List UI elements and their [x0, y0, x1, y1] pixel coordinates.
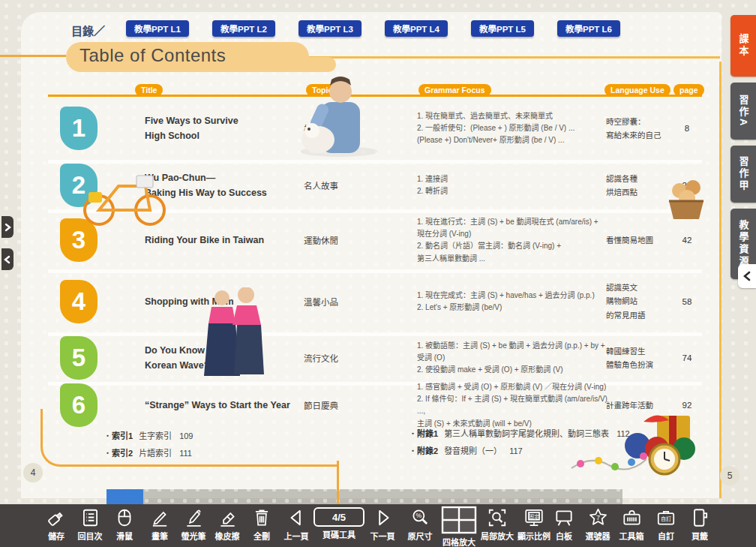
column-header-title: Title [135, 84, 163, 96]
bullet: ・ [409, 446, 417, 455]
sidebar-tab-workbook-a[interactable]: 習作A [730, 83, 756, 140]
right-page-number: 5 [720, 466, 740, 485]
unit-row-2[interactable]: 2 Wu Pao-Chun— Baking His Way to Success… [21, 162, 722, 209]
display-ratio-button[interactable]: 固定 顯示比例 [518, 507, 550, 542]
page-tab-button[interactable]: 頁籤 [689, 507, 710, 542]
delete-all-button[interactable]: 全刪 [251, 507, 272, 542]
pen-tool-button[interactable]: 畫筆 [149, 507, 170, 542]
unit-row-4[interactable]: 4 Shopping with Mom 溫馨小品 1. 現在完成式：主詞 (S)… [21, 272, 722, 332]
page-indicator[interactable]: 4/5 [314, 507, 364, 527]
unit-language-use: 認識各種 烘焙西點 [606, 172, 678, 200]
page-title: Table of Contents [80, 45, 226, 66]
page-right-edge-line [719, 62, 722, 498]
unit-topic: 流行文化 [304, 352, 394, 364]
zoom-percent-icon: % [410, 507, 430, 528]
bullet: ・ [409, 429, 417, 438]
svg-text:固定: 固定 [529, 513, 539, 520]
unit-page-number: 58 [672, 297, 702, 306]
mouse-tool-button[interactable]: 滑鼠 [114, 507, 135, 542]
ppt-button-l3[interactable]: 教學PPT L3 [298, 20, 362, 37]
star-number-icon: 7 [587, 507, 608, 528]
unit-grammar-focus: 1. 現在簡單式、過去簡單式、未來簡單式 2. 一般祈使句：(Please + … [417, 110, 614, 147]
appendix-note-2: ・附錄2發音規則（一）117 [409, 444, 523, 456]
unit-grammar-focus: 1. 現在進行式：主詞 (S) + be 動詞現在式 (am/are/is) +… [417, 216, 614, 265]
whiteboard-button[interactable]: 白板 [554, 507, 574, 542]
sidebar-tab-textbook[interactable]: 課本 [730, 15, 756, 77]
unit-title: Do You Know About the Korean Wave? [145, 343, 298, 373]
mouse-icon [114, 507, 135, 528]
next-page-button[interactable]: 下一頁 [370, 507, 395, 542]
unit-grammar-focus: 1. 感官動詞 + 受詞 (O) + 原形動詞 (V) ／現在分詞 (V-ing… [417, 381, 614, 430]
page-bookmark-icon [689, 507, 710, 528]
unit-title: Riding Your Bike in Taiwan [145, 233, 298, 248]
unit-language-use: 看懂簡易地圖 [606, 233, 678, 247]
appendix-text: 第三人稱單數動詞字尾變化規則、動詞三態表 [444, 429, 609, 438]
unit-number-badge: 1 [60, 107, 98, 150]
collapse-left-arrow-button[interactable] [2, 248, 14, 270]
svg-text:7: 7 [596, 514, 599, 521]
unit-page-number: 26 [672, 181, 702, 190]
appendix-page: 117 [509, 446, 523, 455]
appendix-text: 發音規則（一） [444, 446, 502, 455]
toolbox-button[interactable]: 工具箱 [620, 507, 644, 542]
ppt-button-l6[interactable]: 教學PPT L6 [557, 20, 620, 37]
sidebar-collapse-button[interactable] [738, 264, 756, 288]
trash-icon [251, 507, 272, 528]
highlighter-tool-button[interactable]: 螢光筆 [182, 507, 206, 542]
ppt-button-l1[interactable]: 教學PPT L1 [126, 20, 189, 37]
unit-row-3[interactable]: 3 Riding Your Bike in Taiwan 運動休閒 1. 現在進… [21, 212, 722, 269]
back-to-toc-button[interactable]: 回目次 [78, 507, 103, 542]
eraser-icon [217, 507, 238, 528]
eraser-tool-button[interactable]: 橡皮擦 [215, 507, 240, 542]
unit-topic: 校園生活 [304, 122, 394, 134]
usb-drive-icon [46, 507, 67, 528]
unit-grammar-focus: 1. 現在完成式：主詞 (S) + have/has + 過去分詞 (p.p.)… [417, 290, 614, 314]
custom-box-icon: 自訂 [656, 507, 676, 528]
unit-language-use: 時空膠囊： 寫給未來的自己 [606, 115, 678, 143]
save-button[interactable]: 儲存 [46, 507, 67, 542]
page-frame-corner [40, 409, 339, 467]
unit-title: Shopping with Mom [145, 294, 298, 309]
number-picker-button[interactable]: 7 選號器 [586, 507, 610, 542]
unit-number-badge: 3 [60, 218, 98, 262]
unit-title: Five Ways to Survive High School [145, 113, 298, 143]
chevron-left-icon [743, 271, 751, 281]
unit-topic: 運動休閒 [304, 234, 394, 246]
fixed-ratio-monitor-icon: 固定 [524, 507, 544, 528]
whiteboard-icon [554, 507, 574, 528]
sidebar-tab-workbook-jia[interactable]: 習作甲 [730, 146, 756, 203]
original-size-button[interactable]: % 原尺寸 [408, 507, 433, 542]
previous-page-button[interactable]: 上一頁 [284, 507, 309, 542]
unit-grammar-focus: 1. 被動語態：主詞 (S) + be 動詞 + 過去分詞 (p.p.) + b… [417, 340, 614, 377]
ppt-button-l4[interactable]: 教學PPT L4 [385, 20, 448, 37]
unit-title: Wu Pao-Chun— Baking His Way to Success [145, 170, 298, 200]
appendix-label: 附錄2 [417, 446, 438, 455]
table-of-contents-icon [80, 507, 100, 528]
pencil-icon [149, 507, 170, 528]
unit-topic: 名人故事 [304, 179, 394, 191]
appendix-note-1: ・附錄1第三人稱單數動詞字尾變化規則、動詞三態表112 [409, 427, 630, 439]
expand-right-arrow-button[interactable] [2, 216, 14, 238]
chevron-left-icon [4, 255, 11, 264]
highlighter-icon [183, 507, 204, 528]
column-header-topic: Topic [306, 84, 338, 96]
unit-number-badge: 4 [60, 280, 98, 323]
toolbox-icon [621, 507, 642, 528]
unit-row-1[interactable]: 1 Five Ways to Survive High School 校園生活 … [21, 97, 722, 160]
page-spine-line [337, 461, 339, 504]
ppt-button-l2[interactable]: 教學PPT L2 [212, 20, 275, 37]
unit-language-use: 韓國練習生 體驗角色扮演 [606, 344, 678, 372]
unit-page-number: 42 [672, 236, 702, 245]
unit-page-number: 74 [672, 353, 702, 362]
left-page-number: 4 [23, 463, 43, 482]
page-number-tool[interactable]: 4/5 頁碼工具 [314, 507, 364, 540]
custom-button[interactable]: 自訂 自訂 [656, 507, 676, 542]
partial-zoom-button[interactable]: 局部放大 [481, 507, 514, 542]
unit-row-5[interactable]: 5 Do You Know About the Korean Wave? 流行文… [21, 335, 722, 381]
column-header-grammar: Grammar Focus [418, 84, 491, 96]
four-pane-zoom-button[interactable]: 四格放大 [441, 506, 477, 547]
ppt-button-l5[interactable]: 教學PPT L5 [471, 20, 534, 37]
unit-language-use: 認識英文 購物網站 的常見用語 [606, 281, 678, 322]
four-pane-grid-icon [441, 506, 477, 534]
triangle-right-icon [372, 507, 393, 528]
